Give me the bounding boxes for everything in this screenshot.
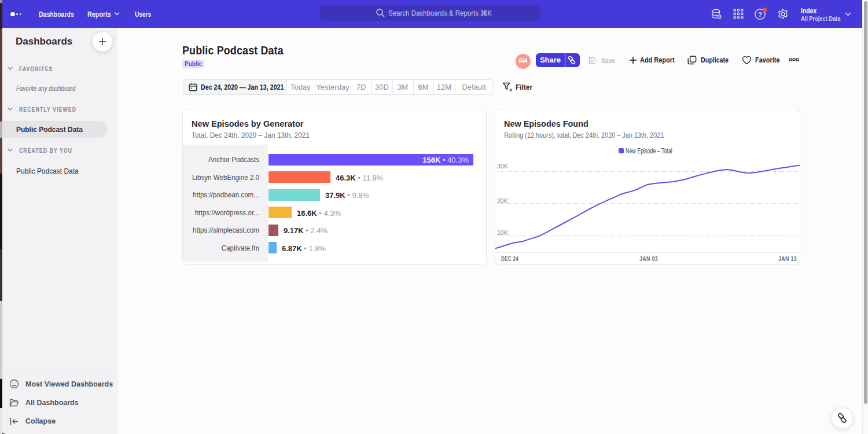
svg-text:?: ? bbox=[758, 11, 762, 18]
